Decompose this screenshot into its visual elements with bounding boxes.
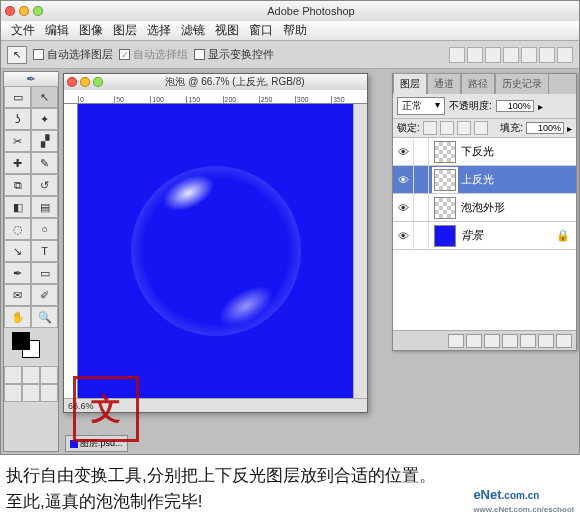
layer-name[interactable]: 上反光: [461, 172, 576, 187]
pen-tool[interactable]: ✒: [4, 262, 31, 284]
minimize-icon[interactable]: [19, 6, 29, 16]
brush-tool[interactable]: ✎: [31, 152, 58, 174]
tab-layers[interactable]: 图层: [393, 73, 427, 94]
menu-edit[interactable]: 编辑: [41, 20, 73, 41]
zoom-icon[interactable]: [33, 6, 43, 16]
stamp-tool[interactable]: ⧉: [4, 174, 31, 196]
ruler-vertical[interactable]: [64, 104, 78, 398]
tab-channels[interactable]: 通道: [427, 73, 461, 94]
menu-window[interactable]: 窗口: [245, 20, 277, 41]
gradient-tool[interactable]: ▤: [31, 196, 58, 218]
visibility-icon[interactable]: 👁: [393, 174, 413, 186]
fx-icon[interactable]: [466, 334, 482, 348]
mask-icon[interactable]: [484, 334, 500, 348]
visibility-icon[interactable]: 👁: [393, 146, 413, 158]
lock-paint-icon[interactable]: [440, 121, 454, 135]
link-column[interactable]: [413, 166, 429, 193]
layer-thumb[interactable]: [434, 225, 456, 247]
align-icon[interactable]: [557, 47, 573, 63]
chevron-right-icon[interactable]: ▸: [567, 123, 572, 134]
document-tab[interactable]: 图层.psd...: [65, 435, 128, 452]
link-column[interactable]: [413, 222, 429, 249]
eraser-tool[interactable]: ◧: [4, 196, 31, 218]
align-icon[interactable]: [467, 47, 483, 63]
layer-thumb[interactable]: [434, 197, 456, 219]
align-icon[interactable]: [521, 47, 537, 63]
scrollbar-vertical[interactable]: [353, 104, 367, 398]
heal-tool[interactable]: ✚: [4, 152, 31, 174]
notes-tool[interactable]: ✉: [4, 284, 31, 306]
menu-view[interactable]: 视图: [211, 20, 243, 41]
move-tool-icon[interactable]: ↖: [7, 46, 27, 64]
shape-tool[interactable]: ▭: [31, 262, 58, 284]
link-layers-icon[interactable]: [448, 334, 464, 348]
menu-filter[interactable]: 滤镜: [177, 20, 209, 41]
layer-name[interactable]: 下反光: [461, 144, 576, 159]
layer-thumb[interactable]: [434, 141, 456, 163]
layer-row[interactable]: 👁 背景 🔒: [393, 222, 576, 250]
link-column[interactable]: [413, 194, 429, 221]
history-brush-tool[interactable]: ↺: [31, 174, 58, 196]
chevron-right-icon[interactable]: ▸: [538, 101, 543, 112]
visibility-icon[interactable]: 👁: [393, 202, 413, 214]
standard-mode[interactable]: [4, 366, 22, 384]
document-titlebar[interactable]: 泡泡 @ 66.7% (上反光, RGB/8): [64, 74, 367, 90]
color-swatches[interactable]: [6, 330, 56, 364]
close-icon[interactable]: [67, 77, 77, 87]
align-icon[interactable]: [485, 47, 501, 63]
layer-row[interactable]: 👁 上反光: [393, 166, 576, 194]
auto-select-group-checkbox[interactable]: ✓ 自动选择组: [119, 47, 188, 62]
new-layer-icon[interactable]: [538, 334, 554, 348]
path-tool[interactable]: ↘: [4, 240, 31, 262]
crop-tool[interactable]: ✂: [4, 130, 31, 152]
zoom-icon[interactable]: [93, 77, 103, 87]
layer-thumb[interactable]: [434, 169, 456, 191]
zoom-tool[interactable]: 🔍: [31, 306, 58, 328]
align-icon[interactable]: [503, 47, 519, 63]
ruler-horizontal[interactable]: 0 50 100 150 200 250 300 350: [64, 90, 367, 104]
slice-tool[interactable]: ▞: [31, 130, 58, 152]
close-icon[interactable]: [5, 6, 15, 16]
screen-mode[interactable]: [40, 366, 58, 384]
move-tool[interactable]: ↖: [31, 86, 58, 108]
minimize-icon[interactable]: [80, 77, 90, 87]
layer-row[interactable]: 👁 下反光: [393, 138, 576, 166]
link-column[interactable]: [413, 138, 429, 165]
toolbox-header[interactable]: ✒: [4, 72, 58, 86]
lock-all-icon[interactable]: [474, 121, 488, 135]
quickmask-mode[interactable]: [22, 366, 40, 384]
show-transform-checkbox[interactable]: 显示变换控件: [194, 47, 274, 62]
layer-name[interactable]: 背景: [461, 228, 556, 243]
menu-layer[interactable]: 图层: [109, 20, 141, 41]
lock-transparency-icon[interactable]: [423, 121, 437, 135]
tab-history[interactable]: 历史记录: [495, 73, 549, 94]
foreground-swatch[interactable]: [12, 332, 30, 350]
zoom-value[interactable]: 66.6%: [68, 401, 94, 411]
folder-icon[interactable]: [520, 334, 536, 348]
adjustment-icon[interactable]: [502, 334, 518, 348]
opacity-input[interactable]: 100%: [496, 100, 534, 112]
align-icon[interactable]: [449, 47, 465, 63]
lock-position-icon[interactable]: [457, 121, 471, 135]
screen-mode[interactable]: [4, 384, 22, 402]
menu-image[interactable]: 图像: [75, 20, 107, 41]
layer-row[interactable]: 👁 泡泡外形: [393, 194, 576, 222]
screen-mode[interactable]: [40, 384, 58, 402]
menu-help[interactable]: 帮助: [279, 20, 311, 41]
auto-select-layer-checkbox[interactable]: 自动选择图层: [33, 47, 113, 62]
align-icon[interactable]: [539, 47, 555, 63]
visibility-icon[interactable]: 👁: [393, 230, 413, 242]
blend-mode-select[interactable]: 正常▾: [397, 97, 445, 115]
canvas[interactable]: [78, 104, 353, 398]
blur-tool[interactable]: ◌: [4, 218, 31, 240]
hand-tool[interactable]: ✋: [4, 306, 31, 328]
tab-paths[interactable]: 路径: [461, 73, 495, 94]
dodge-tool[interactable]: ○: [31, 218, 58, 240]
fill-input[interactable]: 100%: [526, 122, 564, 134]
screen-mode[interactable]: [22, 384, 40, 402]
eyedropper-tool[interactable]: ✐: [31, 284, 58, 306]
marquee-tool[interactable]: ▭: [4, 86, 31, 108]
lasso-tool[interactable]: ʖ: [4, 108, 31, 130]
type-tool[interactable]: T: [31, 240, 58, 262]
wand-tool[interactable]: ✦: [31, 108, 58, 130]
